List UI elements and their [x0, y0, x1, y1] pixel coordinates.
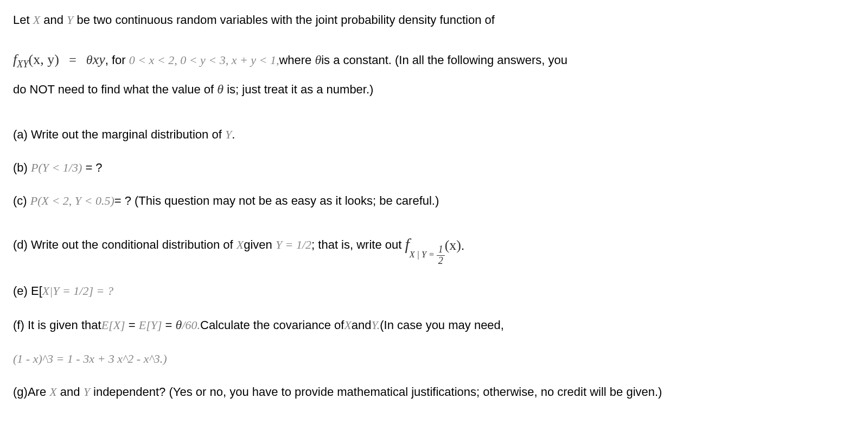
a-Y: Y — [225, 128, 232, 141]
f-hint: (1 - x)^3 = 1 - 3x + 3 x^2 - x^3.) — [13, 352, 167, 365]
b-label: (b) — [13, 161, 31, 174]
theta-symbol-2: θ — [315, 53, 321, 67]
a-label: (a) Write out the marginal distribution … — [13, 128, 225, 141]
d-label: (d) Write out the conditional distributi… — [13, 238, 237, 251]
question-e: (e) E[X|Y = 1/2] = ? — [13, 282, 855, 300]
d-given: given — [244, 238, 276, 251]
d-Yeq: Y = 1/2 — [276, 238, 311, 251]
xy-term: xy — [93, 52, 105, 67]
d-period: . — [461, 239, 464, 253]
question-g: (g)Are X and Y independent? (Yes or no, … — [13, 383, 855, 401]
question-b: (b) P(Y < 1/3) = ? — [13, 159, 855, 176]
question-f-hint: (1 - x)^3 = 1 - 3x + 3 x^2 - x^3.) — [13, 350, 855, 368]
var-X: X — [33, 13, 40, 27]
theta-symbol-3: θ — [217, 82, 224, 96]
d-X: X — [237, 238, 244, 251]
f-over60: /60. — [182, 318, 200, 332]
f-ex: E[X] — [101, 318, 125, 332]
for-text: , for — [105, 53, 129, 67]
b-expr: P(Y < 1/3) — [31, 161, 82, 174]
fxy-subscript: XY — [17, 59, 28, 70]
f-ey: E[Y] — [139, 318, 162, 332]
f-Y: Y. — [372, 318, 380, 332]
f-label: (f) It is given that — [13, 318, 101, 332]
intro-part4: is; just treat it as a number.) — [224, 83, 373, 96]
intro-text-1: Let — [13, 13, 33, 27]
intro-text-2: be two continuous random variables with … — [73, 13, 495, 27]
b-eq: = ? — [82, 161, 102, 174]
a-period: . — [232, 128, 235, 141]
theta-symbol: θ — [86, 53, 93, 67]
question-c: (c) P(X < 2, Y < 0.5)= ? (This question … — [13, 192, 855, 210]
e-label: (e) E[ — [13, 284, 42, 298]
c-expr: P(X < 2, Y < 0.5) — [30, 194, 114, 207]
fxy-symbol: fXY(x, y) — [13, 52, 62, 67]
problem-intro-line1: Let X and Y be two continuous random var… — [13, 11, 855, 29]
conditional-density-expr: f X | Y = 1 2 (x). — [405, 225, 464, 267]
fxy-args: (x, y) — [28, 52, 59, 67]
domain-constraints: 0 < x < 2, 0 < y < 3, x + y < 1, — [129, 53, 279, 67]
intro-and: and — [40, 13, 67, 27]
cond-sub-left: X | Y = — [410, 250, 437, 259]
var-Y: Y — [67, 13, 73, 27]
half-fraction: 1 2 — [437, 244, 445, 267]
f-eq2: = — [162, 318, 176, 332]
question-a: (a) Write out the marginal distribution … — [13, 125, 855, 143]
f-and: and — [352, 318, 372, 332]
frac-den: 2 — [437, 256, 445, 267]
e-expr: X|Y = 1/2] — [42, 284, 93, 298]
d-semicolon: ; that is, write out — [311, 238, 405, 251]
f-rest: Calculate the covariance of — [200, 318, 344, 332]
g-rest: independent? (Yes or no, you have to pro… — [90, 385, 662, 399]
frac-num: 1 — [437, 244, 445, 256]
equals-sign: = — [62, 53, 86, 67]
c-eq: = ? (This question may not be as easy as… — [114, 194, 439, 207]
f-eq1: = — [125, 318, 139, 332]
question-f: (f) It is given thatE[X] = E[Y] = θ/60.C… — [13, 315, 855, 335]
f-theta: θ — [176, 318, 182, 332]
e-eq: = ? — [93, 284, 113, 298]
question-d: (d) Write out the conditional distributi… — [13, 225, 855, 267]
f-X: X — [344, 318, 351, 332]
f-cond: f — [405, 235, 409, 253]
intro-part3: do NOT need to find what the value of — [13, 83, 217, 96]
g-and: and — [57, 385, 84, 399]
c-label: (c) — [13, 194, 30, 207]
cond-args: (x) — [445, 237, 461, 253]
cond-sub-wrapper: X | Y = 1 2 — [410, 244, 445, 267]
where-text: where — [279, 53, 315, 67]
problem-intro-line2: fXY(x, y) = θxy, for 0 < x < 2, 0 < y < … — [13, 44, 855, 104]
f-hint-open: (In case you may need, — [380, 318, 504, 332]
constant-text: is a constant. (In all the following ans… — [321, 53, 567, 67]
g-label: (g)Are — [13, 385, 49, 399]
g-Y: Y — [84, 385, 90, 399]
g-X: X — [49, 385, 56, 399]
